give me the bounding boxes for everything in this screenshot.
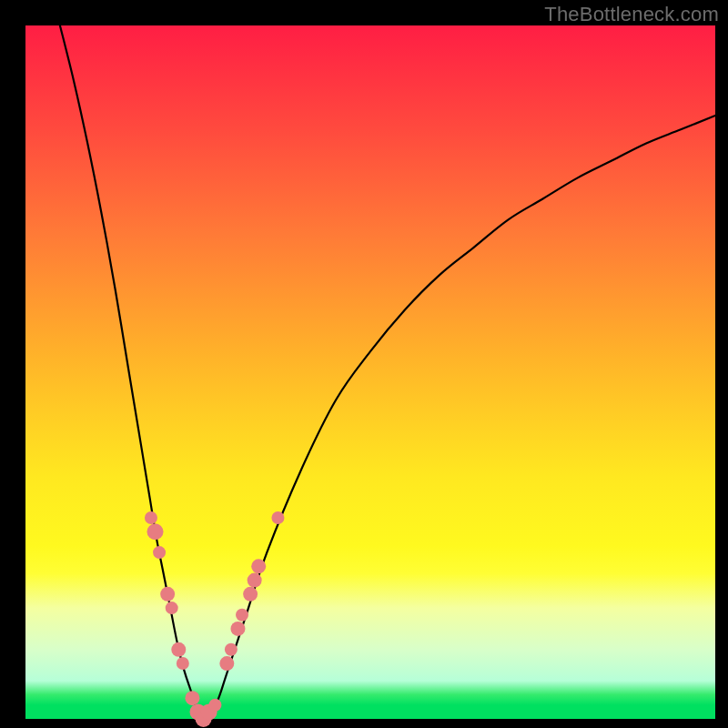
chart-frame: TheBottleneck.com — [0, 0, 728, 728]
marker-point — [166, 602, 178, 614]
bottleneck-curve — [60, 25, 715, 719]
marker-point — [230, 622, 245, 636]
marker-point — [248, 573, 262, 588]
highlighted-points — [145, 511, 284, 727]
marker-point — [208, 699, 221, 712]
marker-point — [147, 523, 164, 540]
marker-point — [243, 587, 258, 602]
marker-point — [171, 642, 186, 657]
chart-svg — [25, 25, 715, 719]
marker-point — [153, 546, 166, 559]
marker-point — [271, 511, 284, 524]
marker-point — [185, 691, 199, 705]
marker-point — [219, 656, 234, 671]
marker-point — [145, 511, 157, 524]
marker-point — [236, 609, 248, 622]
marker-point — [177, 657, 189, 670]
marker-point — [251, 559, 266, 573]
marker-point — [160, 587, 175, 602]
plot-area — [25, 25, 715, 719]
marker-point — [225, 643, 238, 656]
watermark-text: TheBottleneck.com — [544, 3, 719, 26]
